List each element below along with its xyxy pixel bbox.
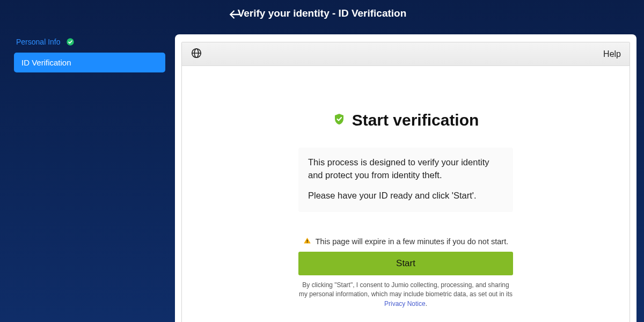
svg-rect-6 [307,242,308,243]
privacy-notice-link[interactable]: Privacy Notice [384,300,426,308]
svg-point-1 [67,38,74,45]
check-circle-icon [66,38,75,46]
expiry-text: This page will expire in a few minutes i… [316,237,508,246]
description-block: This process is designed to verify your … [298,148,513,212]
help-link[interactable]: Help [603,49,621,59]
description-line-1: This process is designed to verify your … [308,156,503,182]
globe-icon[interactable] [191,47,202,61]
main-panel: Help Start verification This process is … [175,34,636,322]
step-label: Personal Info [16,38,61,46]
svg-rect-5 [307,239,308,241]
description-line-2: Please have your ID ready and click 'Sta… [308,189,503,202]
verification-frame: Help Start verification This process is … [181,42,630,322]
warning-triangle-icon [303,237,311,246]
step-label: ID Verification [21,58,71,67]
start-button[interactable]: Start [298,252,513,275]
shield-check-icon [333,113,346,128]
back-arrow-icon[interactable] [228,8,242,24]
sidebar-step-personal-info[interactable]: Personal Info [14,34,165,49]
verification-content: Start verification This process is desig… [182,66,630,309]
verification-title: Start verification [352,111,479,129]
frame-toolbar: Help [182,42,630,66]
consent-suffix: . [426,300,427,308]
consent-prefix: By clicking "Start", I consent to Jumio … [299,281,513,298]
consent-text: By clicking "Start", I consent to Jumio … [298,281,513,309]
expiry-warning: This page will expire in a few minutes i… [303,237,508,246]
page-title: Verify your identity - ID Verification [238,8,407,19]
sidebar: Personal Info ID Verification [4,34,165,322]
sidebar-step-id-verification[interactable]: ID Verification [14,53,165,72]
